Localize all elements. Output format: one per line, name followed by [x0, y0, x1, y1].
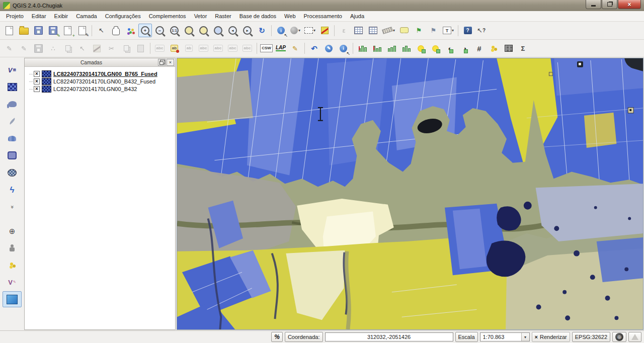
- attribute-table-button[interactable]: [352, 24, 365, 37]
- osm-place-search-button[interactable]: [3, 240, 22, 256]
- contrast-decrease-button[interactable]: ◑: [458, 42, 471, 55]
- zoom-to-selection-button[interactable]: [211, 24, 225, 37]
- brightness-decrease-button[interactable]: [429, 42, 442, 55]
- close-button[interactable]: ×: [618, 0, 641, 9]
- style-tool-button[interactable]: [487, 42, 501, 55]
- coordinate-input[interactable]: 312032,-2051426: [325, 332, 453, 341]
- move-feature-button[interactable]: [61, 42, 74, 55]
- histogram-stretch-local-button[interactable]: [356, 42, 369, 55]
- mouse-position-toggle-button[interactable]: %: [271, 332, 283, 342]
- new-vector-edit-button[interactable]: V✎: [3, 274, 22, 290]
- pan-to-selection-button[interactable]: [124, 24, 137, 37]
- map-tips-button[interactable]: [397, 24, 411, 37]
- zoom-in-button[interactable]: +: [138, 24, 152, 37]
- feature-action-button[interactable]: ▾: [289, 24, 302, 37]
- current-edits-button[interactable]: ✎: [3, 42, 16, 55]
- field-calculator-button[interactable]: [366, 24, 380, 37]
- epsg-button[interactable]: EPSG:32622: [572, 332, 610, 342]
- lapig-plugin-button[interactable]: LAP: [274, 42, 287, 55]
- maximize-button[interactable]: [602, 0, 617, 9]
- labeling-button[interactable]: abc: [153, 42, 167, 55]
- map-canvas[interactable]: [177, 58, 643, 330]
- node-tool-button[interactable]: ↖: [75, 42, 89, 55]
- contrast-increase-button[interactable]: ◐: [443, 42, 457, 55]
- add-wfs-layer-button[interactable]: ϟ: [3, 182, 22, 198]
- layer-row[interactable]: × LC82240732014170LGN00_B432: [26, 85, 174, 93]
- raster-statistics-button[interactable]: Σ: [516, 42, 530, 55]
- layer-checkbox[interactable]: ×: [34, 86, 40, 92]
- toolbar-overflow-button[interactable]: »: [3, 199, 22, 215]
- save-project-as-button[interactable]: ✎: [46, 24, 60, 37]
- toggle-editing-button[interactable]: ✎: [17, 42, 31, 55]
- paste-features-button[interactable]: [134, 42, 147, 55]
- cut-features-button[interactable]: ✂: [105, 42, 118, 55]
- menu-processamento[interactable]: Processamento: [300, 12, 346, 20]
- copy-features-button[interactable]: [119, 42, 133, 55]
- new-bookmark-button[interactable]: ⚑: [412, 24, 426, 37]
- new-composer-button[interactable]: +: [61, 24, 74, 37]
- cumulative-cut-full-button[interactable]: [399, 42, 413, 55]
- grid-button[interactable]: #: [472, 42, 486, 55]
- panel-close-button[interactable]: ×: [167, 59, 174, 66]
- identify-button[interactable]: i↖: [274, 24, 288, 37]
- layers-panel-header[interactable]: Camadas ×: [25, 58, 175, 67]
- scale-combobox[interactable]: 1:70.863 ▾: [480, 332, 530, 341]
- log-messages-button[interactable]: [628, 332, 641, 342]
- label-rotate-button[interactable]: abc: [197, 42, 210, 55]
- layer-name[interactable]: LC82240732014170LGN00_B432: [53, 86, 137, 92]
- menu-base-de-dados[interactable]: Base de dados: [235, 12, 280, 20]
- help-button[interactable]: ?: [461, 24, 474, 37]
- menu-complementos[interactable]: Complementos: [145, 12, 190, 20]
- refresh-button[interactable]: ↻: [255, 24, 269, 37]
- layer-row[interactable]: × LC82240732014170LGN00_B432_Fused: [26, 77, 174, 85]
- title-bar[interactable]: QGIS 2.4.0-Chugiak ×: [0, 0, 644, 11]
- panel-float-button[interactable]: [158, 59, 166, 66]
- minimize-button[interactable]: [586, 0, 601, 9]
- layer-row[interactable]: × LC82240732014170LGN00_B765_Fused: [26, 70, 174, 77]
- add-oracle-layer-button[interactable]: [3, 147, 22, 163]
- zoom-to-layer-button[interactable]: [197, 24, 210, 37]
- add-spatialite-layer-button[interactable]: [3, 113, 22, 129]
- combo-caret-icon[interactable]: ▾: [521, 333, 529, 341]
- save-project-button[interactable]: [32, 24, 45, 37]
- layer-name[interactable]: LC82240732014170LGN00_B765_Fused: [53, 71, 157, 77]
- label-properties-button[interactable]: abc: [240, 42, 254, 55]
- menu-ajuda[interactable]: Ajuda: [346, 12, 368, 20]
- undo-button[interactable]: ↶: [307, 42, 321, 55]
- active-plugin-button[interactable]: [3, 291, 22, 307]
- raster-overview-button[interactable]: [502, 42, 515, 55]
- add-mssql-layer-button[interactable]: [3, 130, 22, 146]
- expression-select-button[interactable]: ε: [337, 24, 351, 37]
- add-feature-button[interactable]: ∴: [46, 42, 60, 55]
- layer-name[interactable]: LC82240732014170LGN00_B432_Fused: [53, 78, 155, 84]
- menu-exibir[interactable]: Exibir: [50, 12, 72, 20]
- add-wms-layer-button[interactable]: [3, 164, 22, 181]
- label-show-hide-button[interactable]: abc: [226, 42, 239, 55]
- menu-raster[interactable]: Raster: [211, 12, 235, 20]
- zoom-out-button[interactable]: −: [153, 24, 167, 37]
- label-settings-button[interactable]: ab: [168, 42, 181, 55]
- menu-editar[interactable]: Editar: [28, 12, 50, 20]
- zoom-full-button[interactable]: [182, 24, 196, 37]
- label-move-button[interactable]: ab: [182, 42, 196, 55]
- open-project-button[interactable]: [17, 24, 31, 37]
- save-edits-button[interactable]: [32, 42, 45, 55]
- coordinate-capture-button[interactable]: ⊕: [3, 223, 22, 239]
- menu-camada[interactable]: Camada: [72, 12, 101, 20]
- annotation-edit-button[interactable]: ✎: [322, 42, 336, 55]
- zoom-last-button[interactable]: ◂: [226, 24, 239, 37]
- deselect-all-button[interactable]: [318, 24, 332, 37]
- add-raster-layer-button[interactable]: [3, 79, 22, 95]
- render-checkbox[interactable]: × Renderizar: [532, 332, 570, 342]
- measure-button[interactable]: ▾: [381, 24, 396, 37]
- menu-web[interactable]: Web: [280, 12, 299, 20]
- crs-status-button[interactable]: ⊕: [612, 332, 626, 342]
- annotation-info-button[interactable]: i↖: [337, 42, 350, 55]
- composer-manager-button[interactable]: ✎: [75, 24, 89, 37]
- histogram-stretch-full-button[interactable]: [370, 42, 384, 55]
- cumulative-cut-local-button[interactable]: [385, 42, 398, 55]
- zoom-next-button[interactable]: ▸: [240, 24, 254, 37]
- show-bookmarks-button[interactable]: ⚑: [427, 24, 440, 37]
- zoom-native-button[interactable]: 1:1: [168, 24, 181, 37]
- add-postgis-layer-button[interactable]: [3, 96, 22, 112]
